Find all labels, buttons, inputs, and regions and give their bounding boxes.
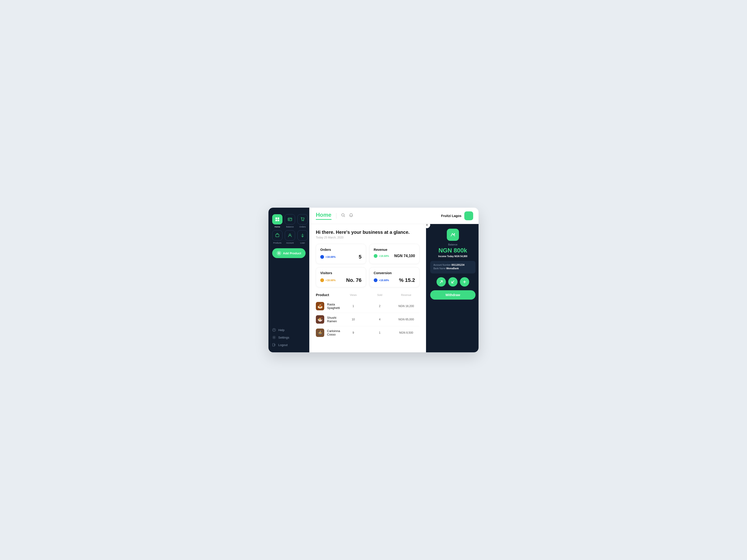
nav-grid: Home Balance [272, 214, 306, 244]
sidebar: Home Balance [268, 208, 309, 352]
header: Home Fruitzi Lagos [309, 208, 479, 224]
sidebar-item-products[interactable]: Products [272, 230, 282, 244]
svg-point-14 [341, 214, 344, 216]
send-button[interactable] [448, 277, 458, 287]
product-table-title: Product [316, 293, 340, 297]
stat-card-orders: Orders +18.68% 5 [316, 244, 366, 264]
account-number-row: Account Number 0011201234 [434, 264, 472, 266]
sidebar-help[interactable]: Help [272, 328, 306, 332]
svg-rect-1 [278, 217, 279, 219]
sidebar-item-home[interactable]: Home [272, 214, 282, 228]
orders-badge-dot [320, 255, 324, 259]
product-table-cols: Views Sold Revenue [340, 294, 419, 296]
col-views: Views [340, 294, 366, 296]
header-icons [341, 213, 353, 218]
account-icon-box [285, 230, 295, 241]
stat-revenue-row: +18.68% NGN 74,100 [374, 254, 415, 258]
stat-visitors-badge: +18.68% [320, 278, 336, 282]
stats-grid: Orders +18.68% 5 Revenue [316, 244, 419, 287]
table-row[interactable]: 🍲 Carloinna Cosso 9 1 NGN 8,500 [316, 326, 419, 339]
product-list: 🍝 Rasta Spaghetti 1 2 NGN 18,200 🍜 Shush… [316, 300, 419, 339]
product-table-header: Product Views Sold Revenue [316, 293, 419, 297]
notification-icon[interactable] [349, 213, 353, 218]
action-icons-row [430, 277, 475, 287]
stat-card-revenue: Revenue +18.68% NGN 74,100 [369, 244, 419, 264]
orders-label: Orders [299, 225, 306, 228]
visitors-badge-text: +18.68% [326, 279, 336, 282]
revenue-badge-text: +18.68% [379, 255, 389, 257]
stat-visitors-row: +18.68% No. 76 [320, 277, 362, 283]
home-label: Home [275, 225, 280, 228]
conversion-value: % 15.2 [399, 277, 415, 283]
svg-rect-5 [288, 219, 290, 220]
help-icon [272, 328, 276, 332]
conversion-badge-dot [374, 278, 378, 282]
svg-rect-3 [278, 219, 279, 221]
product-cols-1: 10 4 NGN 65,000 [340, 318, 419, 321]
product-views-2: 9 [340, 331, 366, 335]
svg-point-7 [303, 220, 304, 221]
withdraw-button[interactable]: Withdraw [430, 290, 475, 300]
svg-point-6 [302, 220, 303, 221]
sidebar-item-balance[interactable]: Balance [285, 214, 295, 228]
stat-conversion-badge: +18.68% [374, 278, 389, 282]
sidebar-item-account[interactable]: Account [285, 230, 295, 244]
product-cols-2: 9 1 NGN 8,500 [340, 331, 419, 335]
settings-icon [272, 336, 276, 339]
sidebar-item-orders[interactable]: Orders [298, 214, 308, 228]
logout-icon [272, 343, 276, 347]
balance-icon-box [285, 214, 295, 224]
receive-button[interactable] [437, 277, 446, 287]
table-row[interactable]: 🍝 Rasta Spaghetti 1 2 NGN 18,200 [316, 300, 419, 313]
orders-icon-box [298, 214, 308, 224]
stat-orders-title: Orders [320, 248, 362, 251]
right-panel: ✕ Balance NGN 800k Income Today NGN 54,8… [426, 224, 479, 352]
header-right: Fruitzi Lagos [441, 211, 473, 220]
products-icon-box [272, 230, 282, 241]
visitors-value: No. 76 [346, 277, 362, 283]
product-name-1: Shushi Ramen [327, 316, 340, 323]
product-sold-1: 4 [366, 318, 393, 321]
loan-label: Loan [300, 242, 305, 244]
stat-orders-badge: +18.68% [320, 255, 336, 259]
svg-rect-8 [276, 234, 279, 237]
sidebar-footer: Help Settings Logout [272, 328, 306, 347]
products-label: Products [273, 242, 282, 244]
balance-label: Balance [286, 225, 294, 228]
balance-amount: NGN 800k [430, 247, 475, 254]
add-product-button[interactable]: + Add Product [272, 248, 306, 258]
stat-conversion-title: Conversion [374, 271, 415, 275]
product-thumb-1: 🍜 [316, 315, 324, 324]
product-sold-2: 1 [366, 331, 393, 335]
balance-app-icon [447, 229, 459, 241]
product-name-2: Carloinna Cosso [327, 329, 340, 336]
stat-orders-row: +18.68% 5 [320, 254, 362, 260]
header-divider [336, 213, 336, 219]
greeting-date: Today 25 March, 2020 [316, 236, 419, 239]
sidebar-logout[interactable]: Logout [272, 343, 306, 347]
revenue-badge-dot [374, 254, 378, 258]
account-info-box: Account Number 0011201234 Bank Name Wema… [430, 261, 475, 273]
stat-card-visitors: Visitors +18.68% No. 76 [316, 267, 366, 287]
orders-value: 5 [359, 254, 362, 260]
table-row[interactable]: 🍜 Shushi Ramen 10 4 NGN 65,000 [316, 313, 419, 326]
header-title: Home [316, 212, 332, 220]
product-views-1: 10 [340, 318, 366, 321]
header-avatar [464, 211, 473, 220]
search-icon[interactable] [341, 213, 345, 218]
sidebar-settings[interactable]: Settings [272, 336, 306, 339]
stat-revenue-badge: +18.68% [374, 254, 389, 258]
product-thumb-0: 🍝 [316, 302, 324, 310]
stat-card-conversion: Conversion +18.68% % 15.2 [369, 267, 419, 287]
stat-visitors-title: Visitors [320, 271, 362, 275]
content-left: Hi there. Here's your business at a glan… [309, 224, 426, 352]
add-button[interactable] [460, 277, 469, 287]
loan-icon-box [298, 230, 308, 241]
col-sold: Sold [366, 294, 393, 296]
svg-rect-0 [276, 217, 277, 219]
svg-point-12 [274, 337, 275, 338]
orders-badge-text: +18.68% [326, 256, 336, 258]
bank-name-row: Bank Name WemaBank [434, 267, 472, 270]
sidebar-item-loan[interactable]: Loan [298, 230, 308, 244]
product-revenue-1: NGN 65,000 [393, 318, 419, 321]
